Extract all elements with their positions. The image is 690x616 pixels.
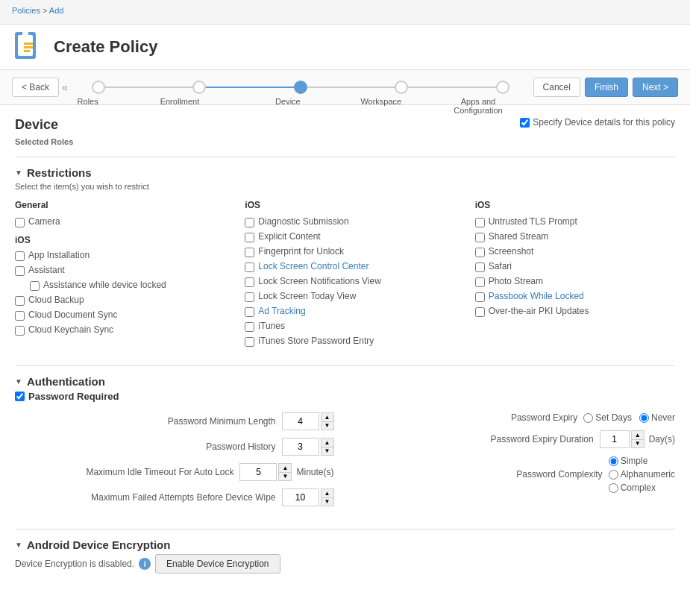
history-down[interactable]: ▼ [321, 447, 334, 456]
content-area: Device Specify Device details for this p… [0, 105, 690, 600]
check-tls[interactable]: Untrusted TLS Prompt [475, 216, 675, 227]
finish-button[interactable]: Finish [585, 78, 628, 97]
collapse-button[interactable]: « [62, 81, 68, 93]
check-cloud-keychain-input[interactable] [15, 326, 25, 336]
check-itunes-input[interactable] [245, 322, 254, 332]
breadcrumb-add[interactable]: Add [49, 6, 64, 15]
check-lock-cc[interactable]: Lock Screen Control Center [245, 261, 445, 272]
check-assist-locked[interactable]: Assistance while device locked [30, 280, 215, 291]
check-lock-today[interactable]: Lock Screen Today View [245, 291, 445, 302]
max-failed-down[interactable]: ▼ [321, 497, 334, 506]
idle-timeout-up[interactable]: ▲ [278, 463, 292, 472]
restrictions-section: ▼ Restrictions Select the item(s) you wi… [15, 166, 675, 351]
set-days-radio-input[interactable] [583, 413, 593, 423]
check-fingerprint-label: Fingerprint for Unlock [258, 246, 344, 257]
check-safari-input[interactable] [475, 263, 485, 272]
check-lock-notif-input[interactable] [245, 277, 254, 287]
never-radio[interactable]: Never [639, 412, 675, 423]
check-ad-tracking-input[interactable] [245, 307, 254, 317]
restrictions-grid: General Camera iOS App Installation Assi… [15, 200, 675, 351]
check-ota-pki-input[interactable] [475, 307, 485, 317]
complex-radio[interactable]: Complex [609, 483, 675, 493]
wizard-actions: Cancel Finish Next > [533, 78, 678, 97]
check-photo-stream[interactable]: Photo Stream [475, 276, 675, 287]
specify-checkbox-label[interactable]: Specify Device details for this policy [520, 117, 675, 128]
check-screenshot-input[interactable] [475, 248, 485, 257]
step-enrollment[interactable]: Enrollment [192, 81, 206, 94]
expiry-duration-input[interactable] [600, 430, 630, 448]
complex-radio-input[interactable] [609, 483, 618, 493]
max-failed-up[interactable]: ▲ [321, 488, 334, 497]
android-note: Device Encryption is disabled. i Enable … [15, 554, 675, 573]
simple-radio-input[interactable] [609, 456, 618, 466]
min-length-input[interactable] [282, 412, 319, 430]
min-length-down[interactable]: ▼ [321, 421, 334, 430]
check-app-install[interactable]: App Installation [15, 250, 215, 261]
check-shared-stream-input[interactable] [475, 233, 485, 242]
info-icon[interactable]: i [139, 558, 151, 570]
step-workspace[interactable]: Workspace [395, 81, 408, 94]
back-button[interactable]: < Back [12, 78, 59, 97]
enable-encryption-button[interactable]: Enable Device Encryption [155, 554, 280, 573]
check-camera[interactable]: Camera [15, 216, 215, 227]
history-input[interactable] [282, 438, 319, 456]
check-explicit-input[interactable] [245, 233, 254, 242]
check-camera-input[interactable] [15, 218, 25, 227]
check-assist-locked-input[interactable] [30, 281, 40, 291]
min-length-up[interactable]: ▲ [321, 412, 334, 421]
check-cloud-doc-input[interactable] [15, 311, 25, 321]
check-itunes-pw[interactable]: iTunes Store Password Entry [245, 336, 445, 347]
check-assistant-input[interactable] [15, 266, 25, 276]
breadcrumb-policies[interactable]: Policies [12, 6, 40, 15]
set-days-radio[interactable]: Set Days [583, 412, 632, 423]
check-itunes-pw-input[interactable] [245, 337, 254, 347]
check-fingerprint[interactable]: Fingerprint for Unlock [245, 246, 445, 257]
check-ad-tracking[interactable]: Ad Tracking [245, 306, 445, 317]
check-fingerprint-input[interactable] [245, 248, 254, 257]
check-cloud-backup[interactable]: Cloud Backup [15, 295, 215, 306]
check-diag-sub-input[interactable] [245, 218, 254, 227]
check-cloud-keychain[interactable]: Cloud Keychain Sync [15, 324, 215, 336]
check-explicit[interactable]: Explicit Content [245, 231, 445, 242]
check-app-install-input[interactable] [15, 251, 25, 261]
specify-checkbox-input[interactable] [520, 118, 530, 128]
check-cloud-doc[interactable]: Cloud Document Sync [15, 309, 215, 321]
selected-roles-label: Selected Roles [15, 137, 675, 146]
max-failed-row: Maximum Failed Attempts Before Device Wi… [15, 488, 334, 506]
check-itunes[interactable]: iTunes [245, 321, 445, 332]
step-roles[interactable]: Roles [92, 81, 105, 94]
alphanumeric-radio[interactable]: Alphanumeric [609, 469, 675, 480]
check-screenshot[interactable]: Screenshot [475, 246, 675, 257]
check-assistant[interactable]: Assistant [15, 265, 215, 276]
check-tls-input[interactable] [475, 218, 485, 227]
history-up[interactable]: ▲ [321, 438, 334, 447]
password-required-input[interactable] [15, 392, 25, 401]
idle-timeout-row: Maximum Idle Timeout For Auto Lock ▲ ▼ M… [15, 463, 334, 481]
step-circle-workspace [395, 81, 408, 94]
cancel-button[interactable]: Cancel [533, 78, 580, 97]
idle-timeout-down[interactable]: ▼ [278, 472, 292, 481]
expiry-duration-down[interactable]: ▼ [631, 439, 644, 448]
check-photo-stream-input[interactable] [475, 277, 485, 287]
check-passbook-input[interactable] [475, 292, 485, 302]
password-required-label[interactable]: Password Required [15, 391, 675, 402]
check-cloud-backup-input[interactable] [15, 296, 25, 306]
expiry-duration-up[interactable]: ▲ [631, 430, 644, 439]
idle-timeout-input[interactable] [239, 463, 277, 481]
check-lock-notif[interactable]: Lock Screen Notifications View [245, 276, 445, 287]
step-device[interactable]: Device [294, 81, 307, 94]
check-ota-pki[interactable]: Over-the-air PKI Updates [475, 306, 675, 317]
step-apps[interactable]: Apps and Configuration [496, 81, 509, 94]
simple-radio[interactable]: Simple [609, 456, 675, 466]
breadcrumb-separator: > [43, 6, 49, 15]
check-shared-stream[interactable]: Shared Stream [475, 231, 675, 242]
max-failed-input[interactable] [282, 488, 319, 506]
next-button[interactable]: Next > [633, 78, 678, 97]
check-passbook[interactable]: Passbook While Locked [475, 291, 675, 302]
check-safari[interactable]: Safari [475, 261, 675, 272]
check-diag-sub[interactable]: Diagnostic Submission [245, 216, 445, 227]
check-lock-today-input[interactable] [245, 292, 254, 302]
never-radio-input[interactable] [639, 413, 649, 423]
check-lock-cc-input[interactable] [245, 263, 254, 272]
alphanumeric-radio-input[interactable] [609, 470, 618, 480]
